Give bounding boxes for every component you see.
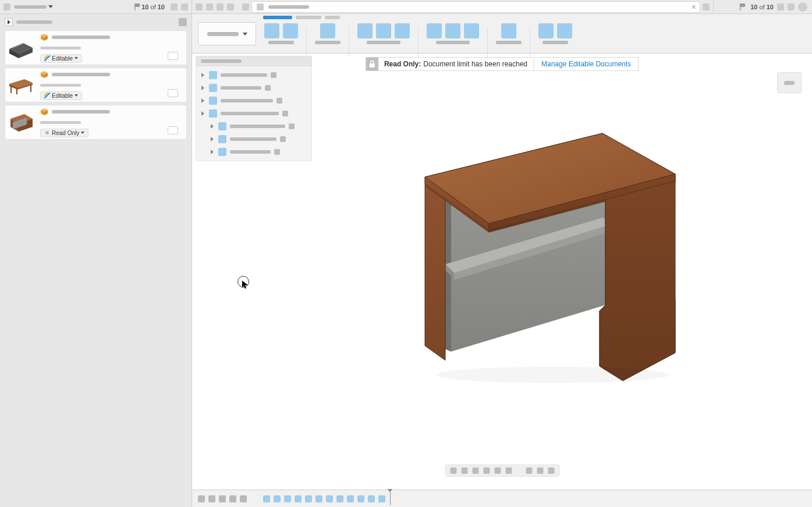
- tree-node[interactable]: [196, 133, 311, 146]
- tab-add-button[interactable]: [703, 3, 710, 10]
- component-icon: [40, 108, 48, 116]
- tree-node-visibility[interactable]: [289, 123, 295, 129]
- nav-tool[interactable]: [494, 467, 501, 474]
- card-checkbox[interactable]: [168, 126, 178, 134]
- tool-undo[interactable]: [217, 3, 224, 10]
- timeline-feature[interactable]: [347, 495, 354, 502]
- document-tab[interactable]: ×: [251, 1, 700, 13]
- tree-node[interactable]: [196, 94, 311, 107]
- menu-icon[interactable]: [3, 3, 10, 10]
- document-card[interactable]: Editable: [5, 30, 187, 65]
- tree-node-visibility[interactable]: [276, 98, 282, 104]
- panel-expand-toggle[interactable]: [5, 18, 13, 26]
- title-btn-b[interactable]: [181, 3, 188, 10]
- manage-documents-link[interactable]: Manage Editable Documents: [534, 57, 639, 71]
- ribbon-tool-button[interactable]: [376, 23, 391, 38]
- document-card[interactable]: Read Only: [5, 105, 187, 140]
- ribbon-tool-button[interactable]: [501, 23, 516, 38]
- title-btn-a[interactable]: [171, 3, 178, 10]
- tree-expand-caret[interactable]: [209, 124, 215, 129]
- tree-node[interactable]: [196, 120, 311, 133]
- count-total-r: 10: [767, 3, 774, 10]
- timeline-feature[interactable]: [274, 495, 281, 502]
- ribbon-tool-button[interactable]: [357, 23, 373, 38]
- timeline-feature[interactable]: [295, 495, 302, 502]
- timeline-feature[interactable]: [315, 495, 322, 502]
- ribbon-tool-button[interactable]: [395, 23, 410, 38]
- document-card[interactable]: Editable: [5, 68, 187, 102]
- tree-node-visibility[interactable]: [274, 149, 280, 155]
- ribbon-tool-button[interactable]: [427, 23, 442, 38]
- timeline-feature[interactable]: [336, 495, 343, 502]
- tree-node-visibility[interactable]: [282, 111, 288, 116]
- tree-node[interactable]: [196, 69, 311, 81]
- card-checkbox[interactable]: [168, 89, 178, 97]
- timeline-feature[interactable]: [284, 495, 291, 502]
- nav-tool[interactable]: [537, 467, 543, 474]
- tree-node[interactable]: [196, 146, 311, 158]
- nav-tool[interactable]: [505, 467, 512, 474]
- timeline-feature[interactable]: [305, 495, 312, 502]
- tool-file[interactable]: [196, 3, 203, 10]
- tree-node-visibility[interactable]: [265, 85, 271, 91]
- tool-extra[interactable]: [242, 3, 249, 10]
- tree-expand-caret[interactable]: [200, 98, 205, 103]
- tree-expand-caret[interactable]: [200, 73, 205, 77]
- timeline-feature[interactable]: [378, 495, 385, 502]
- ribbon-tool-button[interactable]: [464, 23, 479, 38]
- doc-flag-icon: [133, 3, 141, 11]
- tool-save[interactable]: [206, 3, 213, 10]
- workspace-switcher[interactable]: [198, 22, 256, 45]
- timeline-control[interactable]: [240, 495, 247, 502]
- tab-close-button[interactable]: ×: [692, 3, 696, 11]
- ext-btn-b[interactable]: [788, 3, 795, 10]
- timeline-feature[interactable]: [326, 495, 333, 502]
- ribbon-toolbar: [192, 14, 812, 54]
- ribbon-tool-button[interactable]: [283, 23, 298, 38]
- readonly-badge[interactable]: Read Only: [40, 129, 88, 137]
- count-total: 10: [158, 3, 165, 10]
- editable-badge[interactable]: Editable: [40, 54, 82, 63]
- tree-expand-caret[interactable]: [209, 137, 215, 141]
- user-avatar[interactable]: [798, 2, 807, 12]
- editable-badge[interactable]: Editable: [40, 91, 82, 100]
- read-only-notice: Read Only: Document limit has been reach…: [366, 57, 639, 71]
- tree-node-visibility[interactable]: [280, 136, 286, 142]
- tree-expand-caret[interactable]: [200, 86, 205, 90]
- viewcube-toggle[interactable]: [777, 72, 802, 93]
- nav-tool[interactable]: [483, 467, 490, 474]
- nav-tool[interactable]: [548, 467, 554, 474]
- tree-node[interactable]: [196, 81, 311, 94]
- ribbon-tab[interactable]: [325, 16, 340, 19]
- nav-tool[interactable]: [450, 467, 456, 474]
- timeline-control[interactable]: [198, 495, 205, 502]
- tree-expand-caret[interactable]: [209, 150, 215, 154]
- timeline-control[interactable]: [219, 495, 226, 502]
- tree-expand-caret[interactable]: [200, 111, 205, 116]
- ribbon-tool-button[interactable]: [445, 23, 460, 38]
- ribbon-tool-button[interactable]: [264, 23, 279, 38]
- project-dropdown-caret[interactable]: [48, 5, 53, 8]
- tool-redo[interactable]: [227, 3, 234, 10]
- timeline-feature[interactable]: [368, 495, 375, 502]
- nav-tool[interactable]: [526, 467, 532, 474]
- browser-tree-header[interactable]: [196, 56, 312, 66]
- tree-node[interactable]: [196, 107, 311, 120]
- panel-settings-button[interactable]: [179, 18, 187, 26]
- ribbon-tab[interactable]: [296, 16, 321, 19]
- timeline-feature[interactable]: [357, 495, 364, 502]
- nav-tool[interactable]: [472, 467, 478, 474]
- timeline-control[interactable]: [208, 495, 215, 502]
- ribbon-tool-button[interactable]: [320, 23, 335, 38]
- viewport-3d-model[interactable]: [390, 101, 716, 404]
- tree-node-visibility[interactable]: [271, 72, 276, 78]
- ribbon-tool-button[interactable]: [557, 23, 572, 38]
- ribbon-tab-active[interactable]: [263, 16, 292, 19]
- nav-tool[interactable]: [461, 467, 467, 474]
- ribbon-tool-button[interactable]: [538, 23, 554, 38]
- timeline-playhead[interactable]: [390, 492, 391, 505]
- card-checkbox[interactable]: [168, 52, 178, 60]
- timeline-feature[interactable]: [263, 495, 270, 502]
- ext-btn-a[interactable]: [777, 3, 784, 10]
- timeline-control[interactable]: [229, 495, 236, 502]
